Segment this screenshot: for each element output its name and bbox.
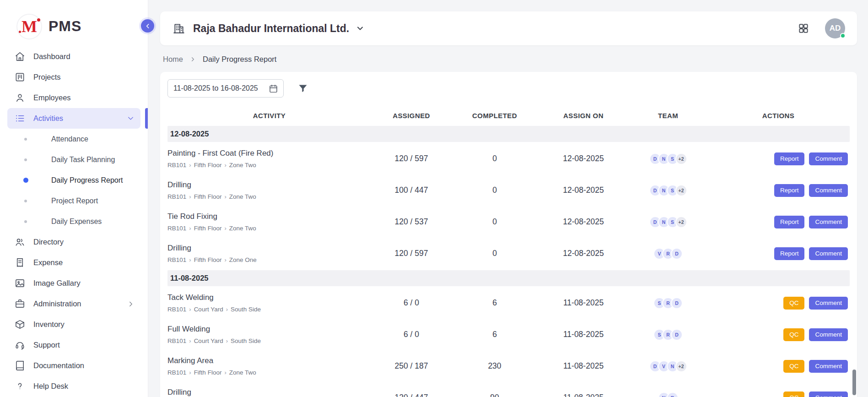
activity-row: DrillingRB101›Fifth Floor›Zone Two120 / … xyxy=(167,382,850,397)
path-segment: Zone Two xyxy=(229,369,256,376)
chevron-left-icon xyxy=(144,22,151,30)
row-actions: QCComment xyxy=(707,360,850,373)
sidebar-item-projects[interactable]: Projects xyxy=(7,67,140,87)
chevron-down-icon xyxy=(356,24,365,33)
chevron-right-icon: › xyxy=(189,369,191,376)
group-date: 12-08-2025 xyxy=(170,130,209,138)
chevron-right-icon: › xyxy=(189,306,191,313)
chevron-right-icon: › xyxy=(226,337,228,344)
activity-row: Painting - First Coat (Fire Red)RB101›Fi… xyxy=(167,143,850,174)
topbar: Raja Bahadur International Ltd. AD xyxy=(160,11,857,45)
activity-row: Tie Rod FixingRB101›Fifth Floor›Zone Two… xyxy=(167,206,850,238)
logo-text: PMS xyxy=(49,18,81,35)
qc-button[interactable]: QC xyxy=(783,328,804,341)
qc-button[interactable]: QC xyxy=(783,392,804,397)
date-group-row: 12-08-2025 xyxy=(167,126,850,142)
chevron-down-icon xyxy=(126,114,135,123)
assigned-value: 6 / 0 xyxy=(371,330,452,339)
activity-path: RB101›Fifth Floor›Zone Two xyxy=(167,193,371,200)
row-actions: ReportComment xyxy=(707,184,850,197)
date-range-value: 11-08-2025 to 16-08-2025 xyxy=(173,84,258,92)
sidebar-subitem-daily-task-planning[interactable]: Daily Task Planning xyxy=(7,149,140,170)
table-header: ACTIVITY ASSIGNED COMPLETED ASSIGN ON TE… xyxy=(167,106,850,125)
team-avatars: DNS+2 xyxy=(629,185,707,196)
comment-button[interactable]: Comment xyxy=(809,152,848,165)
sidebar-subitem-label: Project Report xyxy=(51,197,98,205)
activity-path: RB101›Court Yard›South Side xyxy=(167,306,371,313)
activity-name: Tack Welding xyxy=(167,293,371,302)
sidebar-item-documentation[interactable]: Documentation xyxy=(7,355,140,376)
chevron-right-icon xyxy=(127,300,135,308)
sidebar-item-employees[interactable]: Employees xyxy=(7,87,140,108)
comment-button[interactable]: Comment xyxy=(809,360,848,373)
bullet-dot xyxy=(23,220,28,223)
column-header-actions: ACTIONS xyxy=(707,112,850,120)
team-extra-count[interactable]: +2 xyxy=(675,185,687,196)
row-actions: ReportComment xyxy=(707,247,850,260)
path-segment: RB101 xyxy=(167,306,186,313)
report-button[interactable]: Report xyxy=(774,184,805,197)
support-icon xyxy=(15,340,25,350)
filter-row: 11-08-2025 to 16-08-2025 xyxy=(167,79,850,98)
comment-button[interactable]: Comment xyxy=(809,392,848,397)
activity-row: Tack WeldingRB101›Court Yard›South Side6… xyxy=(167,287,850,319)
user-avatar[interactable]: AD xyxy=(825,18,845,38)
projects-icon xyxy=(15,72,25,82)
qc-button[interactable]: QC xyxy=(783,297,804,310)
group-date: 11-08-2025 xyxy=(170,274,209,283)
activity-row: DrillingRB101›Fifth Floor›Zone One120 / … xyxy=(167,238,850,269)
report-button[interactable]: Report xyxy=(774,152,805,165)
team-extra-count[interactable]: +2 xyxy=(675,216,687,228)
documentation-icon xyxy=(15,360,25,371)
sidebar-subitem-project-report[interactable]: Project Report xyxy=(7,190,140,211)
report-button[interactable]: Report xyxy=(774,247,805,260)
company-selector[interactable]: Raja Bahadur International Ltd. xyxy=(173,22,365,35)
comment-button[interactable]: Comment xyxy=(809,216,848,228)
completed-value: 90 xyxy=(452,393,538,397)
logo-m-icon: M xyxy=(16,14,42,39)
comment-button[interactable]: Comment xyxy=(809,184,848,197)
scrollbar-thumb[interactable] xyxy=(852,370,856,395)
breadcrumb-home-link[interactable]: Home xyxy=(163,55,183,64)
path-segment: Zone Two xyxy=(229,193,256,200)
path-segment: RB101 xyxy=(167,225,186,232)
apps-grid-button[interactable] xyxy=(798,22,809,34)
sidebar-item-help-desk[interactable]: Help Desk xyxy=(7,376,140,397)
qc-button[interactable]: QC xyxy=(783,360,804,373)
chevron-right-icon: › xyxy=(189,193,191,200)
activity-cell: Painting - First Coat (Fire Red)RB101›Fi… xyxy=(167,149,371,169)
sidebar-item-administration[interactable]: Administration xyxy=(7,294,140,314)
assign-on-value: 11-08-2025 xyxy=(538,393,629,397)
sidebar-subitem-daily-progress-report[interactable]: Daily Progress Report xyxy=(7,170,140,190)
assign-on-value: 11-08-2025 xyxy=(538,330,629,339)
sidebar-subitem-daily-expenses[interactable]: Daily Expenses xyxy=(7,211,140,232)
sidebar-item-activities[interactable]: Activities xyxy=(7,108,140,129)
sidebar-item-image-gallary[interactable]: Image Gallary xyxy=(7,273,140,294)
sidebar-item-support[interactable]: Support xyxy=(7,335,140,355)
sidebar-collapse-button[interactable] xyxy=(141,19,154,33)
sidebar-item-directory[interactable]: Directory xyxy=(7,232,140,252)
team-extra-count[interactable]: +2 xyxy=(675,153,687,165)
activity-row: Marking AreaRB101›Fifth Floor›Zone Two25… xyxy=(167,350,850,382)
sidebar-item-inventory[interactable]: Inventory xyxy=(7,314,140,335)
team-avatar: D xyxy=(671,248,683,260)
assign-on-value: 11-08-2025 xyxy=(538,361,629,371)
path-segment: Zone One xyxy=(229,256,257,263)
comment-button[interactable]: Comment xyxy=(809,297,848,310)
comment-button[interactable]: Comment xyxy=(809,247,848,260)
sidebar-item-label: Directory xyxy=(33,238,64,246)
report-button[interactable]: Report xyxy=(774,216,805,228)
filter-button[interactable] xyxy=(297,83,308,94)
path-segment: RB101 xyxy=(167,162,186,169)
sidebar-item-expense[interactable]: Expense xyxy=(7,252,140,273)
team-extra-count[interactable]: +2 xyxy=(675,360,687,372)
row-actions: QCComment xyxy=(707,392,850,397)
sidebar-item-dashboard[interactable]: Dashboard xyxy=(7,46,140,67)
assigned-value: 120 / 597 xyxy=(371,154,452,163)
date-range-input[interactable]: 11-08-2025 to 16-08-2025 xyxy=(167,79,284,98)
helpdesk-icon xyxy=(15,381,25,392)
column-header-assigned: ASSIGNED xyxy=(371,112,452,120)
completed-value: 0 xyxy=(452,154,538,163)
comment-button[interactable]: Comment xyxy=(809,328,848,341)
sidebar-subitem-attendance[interactable]: Attendance xyxy=(7,129,140,149)
